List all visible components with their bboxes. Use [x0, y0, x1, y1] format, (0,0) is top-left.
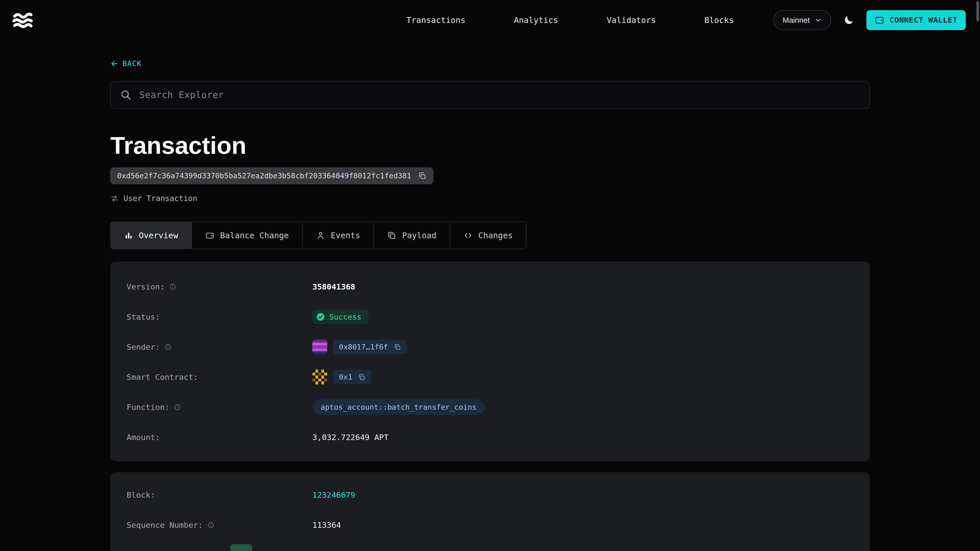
tab-payload-label: Payload: [402, 230, 436, 240]
aptos-logo-icon[interactable]: [11, 9, 34, 32]
bar-chart-icon: [124, 231, 133, 240]
details-card: Block: 123246679 Sequence Number: 113364: [110, 472, 870, 551]
sequence-value: 113364: [312, 520, 341, 530]
sender-avatar: [312, 340, 327, 354]
partially-visible-badge: [230, 544, 252, 551]
overview-card: Version: 358041368 Status: Success: [110, 262, 870, 462]
function-name: aptos_account::batch_transfer_coins: [321, 403, 476, 411]
transaction-hash: 0xd56e2f7c36a74399d3370b5ba527ea2dbe3b58…: [117, 171, 411, 180]
network-selector-label: Mainnet: [783, 16, 810, 24]
nav-item-blocks[interactable]: Blocks: [704, 15, 734, 25]
status-label: Status:: [127, 312, 312, 321]
info-icon[interactable]: [207, 522, 215, 529]
block-link[interactable]: 123246679: [312, 490, 355, 499]
tab-changes-label: Changes: [478, 230, 513, 240]
function-badge: aptos_account::batch_transfer_coins: [312, 400, 485, 415]
tab-balance-change[interactable]: Balance Change: [191, 222, 303, 249]
connect-wallet-button[interactable]: CONNECT WALLET: [866, 10, 966, 30]
amount-row: Amount: 3,032.722649 APT: [110, 422, 870, 452]
version-value: 358041368: [312, 282, 355, 291]
tab-payload[interactable]: Payload: [373, 222, 450, 249]
code-brackets-icon: [463, 231, 473, 240]
info-icon[interactable]: [174, 404, 181, 411]
nav-item-validators[interactable]: Validators: [607, 15, 656, 25]
back-link[interactable]: BACK: [110, 59, 142, 68]
tab-overview-label: Overview: [139, 230, 178, 240]
function-row: Function: aptos_account::batch_transfer_…: [110, 392, 870, 422]
copy-icon: [358, 373, 366, 381]
contract-address-pill[interactable]: 0x1: [333, 370, 371, 384]
version-label: Version:: [127, 282, 312, 291]
tab-balance-change-label: Balance Change: [220, 230, 289, 240]
copy-icon: [418, 171, 426, 180]
header: Transactions Analytics Validators Blocks…: [0, 0, 980, 40]
sender-address: 0x8017…1f6f: [339, 343, 388, 351]
contract-address: 0x1: [339, 373, 352, 381]
status-value: Success: [329, 313, 361, 321]
amount-label: Amount:: [127, 433, 312, 442]
check-circle-icon: [316, 312, 325, 321]
tab-changes[interactable]: Changes: [450, 222, 527, 249]
sequence-row: Sequence Number: 113364: [110, 510, 870, 540]
moon-icon: [843, 14, 855, 26]
back-arrow-icon: [110, 60, 118, 68]
info-icon[interactable]: [165, 344, 172, 351]
tab-events[interactable]: Events: [302, 222, 374, 249]
nav-item-transactions[interactable]: Transactions: [407, 15, 466, 25]
transaction-type: User Transaction: [110, 194, 870, 203]
back-label: BACK: [123, 59, 142, 68]
search-input[interactable]: [139, 90, 860, 100]
amount-value: 3,032.722649 APT: [312, 433, 389, 442]
sender-row: Sender: 0x8017…1f6f: [110, 332, 870, 362]
sender-label: Sender:: [127, 342, 312, 351]
info-icon[interactable]: [169, 283, 176, 290]
connect-wallet-label: CONNECT WALLET: [889, 16, 958, 24]
status-row: Status: Success: [110, 302, 870, 332]
block-label: Block:: [127, 490, 312, 499]
nav-item-analytics[interactable]: Analytics: [514, 15, 558, 25]
search-bar: [110, 81, 870, 109]
chevron-down-icon: [815, 16, 822, 24]
wallet-card-icon: [205, 231, 215, 240]
sequence-label: Sequence Number:: [127, 520, 312, 530]
tab-overview[interactable]: Overview: [110, 222, 192, 249]
copy-sender-button[interactable]: [393, 343, 401, 351]
search-icon: [120, 89, 132, 101]
sender-address-pill[interactable]: 0x8017…1f6f: [333, 340, 407, 354]
block-row: Block: 123246679: [110, 480, 870, 510]
version-row: Version: 358041368: [110, 272, 870, 302]
wallet-icon: [875, 15, 884, 25]
status-badge: Success: [312, 310, 369, 324]
tab-events-label: Events: [331, 230, 360, 240]
main-content: BACK Transaction 0xd56e2f7c36a74399d3370…: [110, 40, 870, 551]
page-title: Transaction: [110, 132, 870, 159]
smart-contract-row: Smart Contract: 0x1: [110, 362, 870, 392]
person-icon: [316, 231, 325, 240]
copy-hash-button[interactable]: [418, 171, 426, 180]
transaction-type-label: User Transaction: [124, 194, 197, 203]
smart-contract-label: Smart Contract:: [127, 372, 312, 382]
main-nav: Transactions Analytics Validators Blocks: [407, 15, 734, 25]
transaction-hash-pill: 0xd56e2f7c36a74399d3370b5ba527ea2dbe3b58…: [110, 167, 433, 184]
contract-avatar: [312, 370, 327, 384]
copy-icon: [393, 343, 401, 351]
copy-contract-button[interactable]: [358, 373, 366, 381]
network-selector[interactable]: Mainnet: [773, 10, 831, 30]
function-label: Function:: [127, 403, 312, 412]
transfer-icon: [110, 194, 119, 203]
scrollbar[interactable]: [977, 1, 979, 21]
theme-toggle-button[interactable]: [843, 14, 855, 26]
payload-box-icon: [387, 231, 396, 240]
tab-bar: Overview Balance Change Events Payload C…: [110, 222, 870, 249]
